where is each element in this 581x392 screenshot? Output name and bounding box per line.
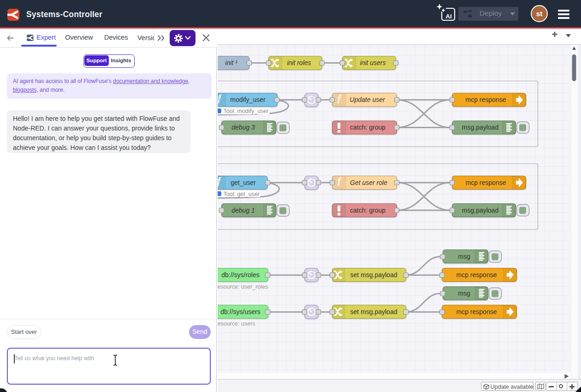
svg-text:AI: AI xyxy=(445,13,452,20)
svg-text:db://sys/roles: db://sys/roles xyxy=(221,271,259,278)
svg-text:catch: group: catch: group xyxy=(350,206,385,214)
svg-text:msg: msg xyxy=(458,289,470,297)
svg-text:msg.payload: msg.payload xyxy=(462,124,498,131)
svg-text:db://sys/users: db://sys/users xyxy=(220,308,260,315)
svg-text:mcp response: mcp response xyxy=(465,96,506,103)
svg-text:modify_user: modify_user xyxy=(230,96,266,103)
svg-text:Tool: modify_user: Tool: modify_user xyxy=(223,108,268,114)
svg-text:esource: user_roles: esource: user_roles xyxy=(218,283,268,290)
svg-text:mcp response: mcp response xyxy=(456,271,497,278)
svg-text:catch: group: catch: group xyxy=(350,124,385,131)
svg-text:set msg.payload: set msg.payload xyxy=(350,308,397,315)
svg-text:Update user: Update user xyxy=(350,96,385,103)
svg-text:get_user: get_user xyxy=(231,178,256,186)
svg-text:init users: init users xyxy=(360,59,385,66)
svg-text:init roles: init roles xyxy=(287,59,311,66)
svg-text:Get user role: Get user role xyxy=(350,178,387,186)
svg-text:msg: msg xyxy=(458,252,470,260)
svg-text:debug 1: debug 1 xyxy=(231,206,255,214)
svg-text:esource: users: esource: users xyxy=(218,320,255,327)
svg-text:Tool: get_user: Tool: get_user xyxy=(223,190,260,197)
svg-text:set msg.payload: set msg.payload xyxy=(350,271,397,278)
svg-text:mcp response: mcp response xyxy=(456,308,497,315)
svg-text:mcp response: mcp response xyxy=(465,178,506,186)
svg-text:msg.payload: msg.payload xyxy=(462,206,498,214)
svg-text:debug 3: debug 3 xyxy=(231,124,255,131)
svg-text:init ¹: init ¹ xyxy=(225,59,237,66)
